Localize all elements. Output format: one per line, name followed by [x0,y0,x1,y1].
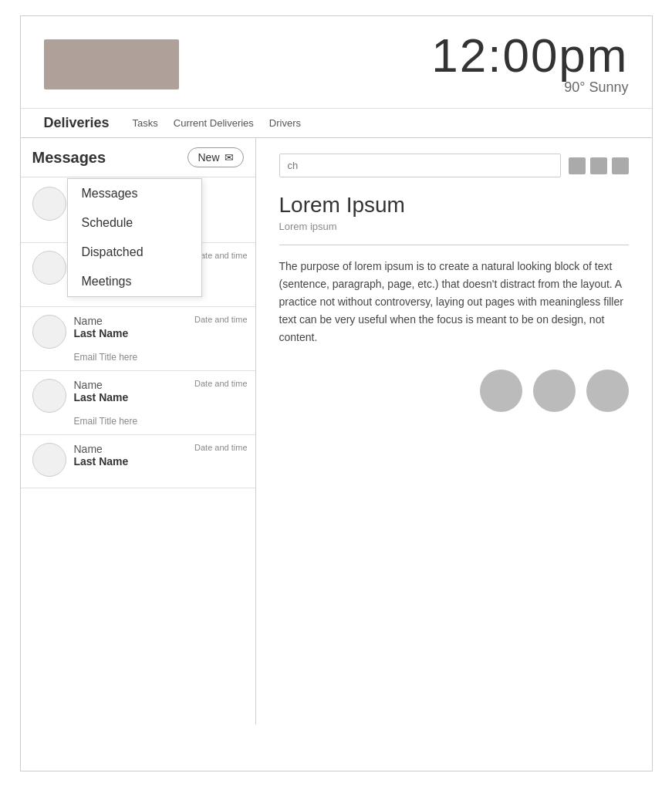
content-subtitle: Lorem ipsum [279,221,629,232]
message-date: Date and time [194,443,247,452]
sender-info: Name Last Name [74,379,129,403]
sidebar-header: Messages New ✉ [21,138,255,177]
message-date: Date and time [194,251,247,260]
list-item[interactable]: Date and time Name Last Name [21,435,255,488]
content-divider [279,245,629,245]
nav-link-drivers[interactable]: Drivers [269,117,301,129]
envelope-icon: ✉ [225,151,234,164]
avatar [32,251,66,285]
action-circle-1[interactable] [480,370,522,412]
message-date: Date and time [194,315,247,324]
sender-name: Name [74,443,129,455]
weather-display: 90° Sunny [431,79,628,96]
app-container: 12:00pm 90° Sunny Deliveries Tasks Curre… [20,15,653,771]
toolbar-square-2[interactable] [590,157,607,174]
toolbar-squares [569,157,629,174]
sender-info: Name Last Name [74,315,129,339]
sender-lastname: Last Name [74,391,129,403]
dropdown-item-schedule[interactable]: Schedule [68,208,201,238]
message-meta: Email Title here [32,416,244,427]
content-area: Lorem Ipsum Lorem ipsum The purpose of l… [256,138,652,724]
sender-info: Name Last Name [74,443,129,468]
nav-bar: Deliveries Tasks Current Deliveries Driv… [21,109,652,138]
nav-link-tasks[interactable]: Tasks [133,117,158,129]
list-item[interactable]: Date and time Name Last Name Email Title… [21,371,255,435]
sidebar-title: Messages [32,149,106,167]
toolbar-square-1[interactable] [569,157,586,174]
list-item[interactable]: Date and time Name Last Name Email Title… [21,307,255,371]
message-meta: Email Title here [32,352,244,363]
sender-lastname: Last Name [74,455,129,468]
dropdown-item-dispatched[interactable]: Dispatched [68,238,201,267]
avatar [32,379,66,413]
dropdown-item-meetings[interactable]: Meetings [68,267,201,296]
sender-lastname: Last Name [74,327,129,339]
dropdown-menu: Messages Schedule Dispatched Meetings [67,178,202,297]
main-body: Messages New ✉ Messages Schedule Dispatc… [21,138,652,724]
clock-display: 12:00pm [431,32,628,79]
new-button-label: New [198,151,219,164]
avatar [32,315,66,349]
action-circle-2[interactable] [533,370,576,412]
dropdown-item-messages[interactable]: Messages [68,179,201,208]
toolbar-square-3[interactable] [612,157,629,174]
action-circles [279,370,629,412]
time-block: 12:00pm 90° Sunny [431,32,628,96]
nav-link-current-deliveries[interactable]: Current Deliveries [174,117,254,129]
search-input[interactable] [279,154,561,177]
header: 12:00pm 90° Sunny [21,16,652,109]
search-row [279,154,629,177]
avatar [32,187,66,221]
sidebar: Messages New ✉ Messages Schedule Dispatc… [21,138,256,724]
sender-name: Name [74,315,129,327]
nav-brand: Deliveries [44,115,110,131]
content-title: Lorem Ipsum [279,193,629,218]
action-circle-3[interactable] [586,370,629,412]
logo [44,39,179,89]
avatar [32,443,66,477]
message-date: Date and time [194,379,247,388]
sender-name: Name [74,379,129,391]
new-button[interactable]: New ✉ [187,147,243,167]
content-body: The purpose of lorem ipsum is to create … [279,258,629,346]
